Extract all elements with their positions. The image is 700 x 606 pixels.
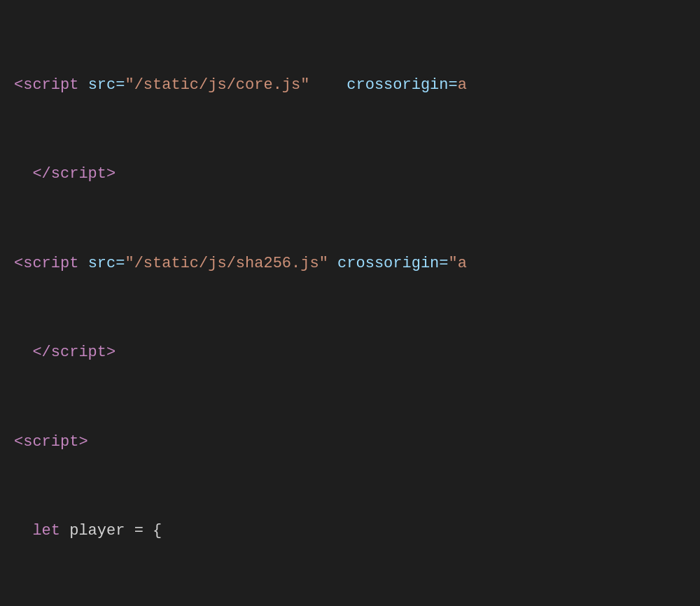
code-editor: <script src="/static/js/core.js" crossor… <box>0 0 700 606</box>
code-line: let player = { <box>14 520 686 542</box>
code-line: </script> <box>14 341 686 364</box>
code-line: <script src="/static/js/sha256.js" cross… <box>14 253 686 275</box>
code-line: <script> <box>14 431 686 453</box>
code-line: </script> <box>14 163 686 185</box>
code-line: <script src="/static/js/core.js" crossor… <box>14 74 686 97</box>
